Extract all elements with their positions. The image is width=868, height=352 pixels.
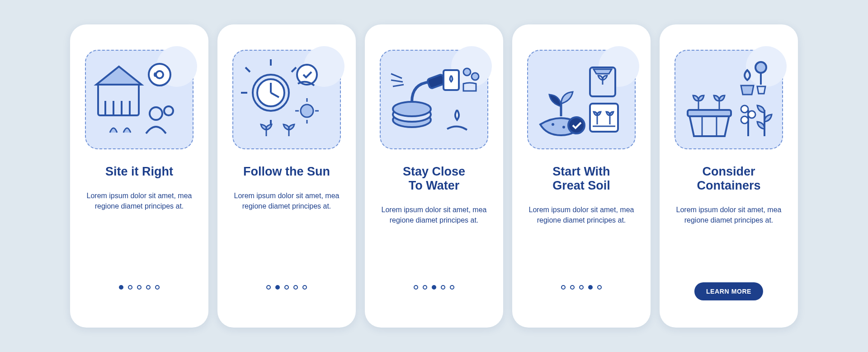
pagination-dot[interactable]	[119, 285, 123, 290]
hose-water-icon	[387, 57, 481, 143]
pagination-dot[interactable]	[423, 285, 427, 290]
card-title: Site it Right	[105, 165, 173, 179]
pagination-dot[interactable]	[137, 285, 142, 290]
pagination-dot[interactable]	[579, 285, 584, 290]
pagination-dot[interactable]	[146, 285, 151, 290]
card-description: Lorem ipsum dolor sit amet, mea regione …	[380, 205, 488, 225]
card-title: Start With Great Soil	[552, 165, 610, 193]
pagination-dot[interactable]	[266, 285, 271, 290]
card-title: Stay Close To Water	[403, 165, 465, 193]
pagination-dot[interactable]	[561, 285, 566, 290]
card-description: Lorem ipsum dolor sit amet, mea regione …	[527, 205, 636, 225]
pagination-dot[interactable]	[128, 285, 132, 290]
cta-label: LEARN MORE	[706, 288, 751, 295]
pagination-dots	[70, 285, 208, 290]
pagination-dot[interactable]	[432, 285, 436, 290]
learn-more-button[interactable]: LEARN MORE	[694, 282, 763, 300]
pagination-dot[interactable]	[293, 285, 298, 290]
card-illustration	[527, 50, 636, 149]
card-description: Lorem ipsum dolor sit amet, mea regione …	[232, 190, 341, 211]
pagination-dot[interactable]	[597, 285, 602, 290]
card-illustration	[380, 50, 488, 149]
pagination-dots	[217, 285, 356, 290]
card-title: Follow the Sun	[243, 165, 330, 179]
card-description: Lorem ipsum dolor sit amet, mea regione …	[675, 205, 783, 225]
pagination-dot[interactable]	[441, 285, 445, 290]
pagination-dot[interactable]	[155, 285, 160, 290]
soil-plant-icon	[534, 57, 629, 143]
onboarding-card-3: Stay Close To Water Lorem ipsum dolor si…	[365, 24, 503, 328]
card-title: Consider Containers	[697, 165, 760, 193]
pagination-dots	[365, 285, 503, 290]
card-illustration	[232, 50, 341, 149]
onboarding-card-1: Site it Right Lorem ipsum dolor sit amet…	[70, 24, 208, 328]
card-description: Lorem ipsum dolor sit amet, mea regione …	[85, 190, 193, 211]
sun-clock-icon	[239, 57, 334, 143]
containers-icon	[681, 57, 776, 143]
onboarding-card-2: Follow the Sun Lorem ipsum dolor sit ame…	[217, 24, 356, 328]
onboarding-card-4: Start With Great Soil Lorem ipsum dolor …	[512, 24, 651, 328]
pagination-dot[interactable]	[302, 285, 307, 290]
pagination-dot[interactable]	[450, 285, 454, 290]
pagination-dot[interactable]	[570, 285, 575, 290]
house-garden-icon	[92, 57, 187, 143]
onboarding-card-5: Consider Containers Lorem ipsum dolor si…	[660, 24, 798, 328]
card-illustration	[675, 50, 783, 149]
pagination-dots	[512, 285, 651, 290]
pagination-dot[interactable]	[284, 285, 289, 290]
pagination-dot[interactable]	[275, 285, 280, 290]
pagination-dot[interactable]	[414, 285, 418, 290]
card-illustration	[85, 50, 193, 149]
pagination-dot[interactable]	[588, 285, 593, 290]
